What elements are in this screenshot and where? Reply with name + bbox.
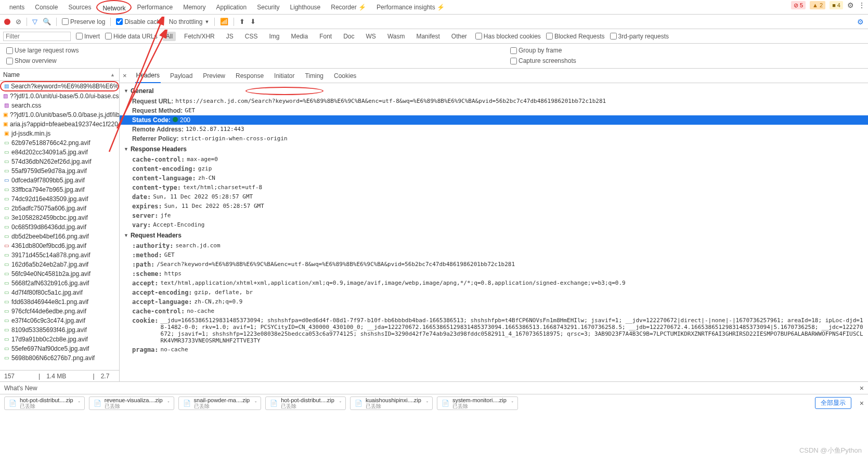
request-item[interactable]: ▭8109d53385693f46.jpg.avif [0,325,119,335]
search-icon[interactable]: 🔍 [43,18,51,25]
request-item[interactable]: ▭3e1058282459bcbc.jpg.avif [0,213,119,222]
tab-sources[interactable]: Sources [63,0,96,15]
request-item[interactable]: ▭62b97e5188766c42.png.avif [0,138,119,148]
warning-count[interactable]: ▲ 2 [810,1,825,9]
tab-headers[interactable]: Headers [135,69,161,83]
close-detail-icon[interactable]: × [123,72,127,80]
blocked-cookies-checkbox[interactable]: Has blocked cookies [475,33,541,40]
close-icon[interactable]: × [860,382,864,394]
tab-lighthouse[interactable]: Lighthouse [285,0,326,15]
filter-font[interactable]: Font [316,32,335,41]
throttling-select[interactable]: No throttling ▼ [169,18,210,25]
request-item[interactable]: ▭5698b806N6c6276b7.png.avif [0,353,119,363]
filter-other[interactable]: Other [448,32,470,41]
wifi-icon[interactable]: 📶 [220,18,228,25]
download-item[interactable]: 📄kuaishoushipinxi....zip已丢除ˇ [350,396,433,410]
blocked-requests-checkbox[interactable]: Blocked Requests [546,33,605,40]
request-item[interactable]: ▭db5d2beeb4bef166.png.avif [0,232,119,241]
download-item[interactable]: 📄revenue-visualiza....zip已丢除ˇ [89,396,174,410]
clear-icon[interactable]: ⊘ [16,18,21,25]
filter-all[interactable]: All [163,32,176,41]
request-item[interactable]: ▭0c685f39d86436dd.jpg.avif [0,222,119,232]
request-item[interactable]: ▭e84d202cc34091a5.jpg.avif [0,148,119,157]
capture-screenshots-checkbox[interactable]: Capture screenshots [510,57,862,64]
section-general[interactable]: General [120,85,868,97]
request-item[interactable]: ▭39171d455c14a878.png.avif [0,250,119,260]
tab-application[interactable]: Application [211,0,252,15]
request-item[interactable]: ▣??jdf/1.0.0/unit/base/5.0.0/base.js,jdf… [0,110,119,120]
request-item[interactable]: ▭4361db800ef9bcd6.jpg.avif [0,241,119,250]
request-item[interactable]: ▭fdd638d46944e8c1.png.avif [0,297,119,307]
column-name-header[interactable]: Name▲ [0,69,119,81]
tab-preview[interactable]: Preview [202,72,226,80]
request-item[interactable]: ▭56fc94e0Nc4581b2a.jpg.avif [0,269,119,279]
filter-css[interactable]: CSS [242,32,261,41]
tab-initiator[interactable]: Initiator [273,72,295,80]
tab-cookies[interactable]: Cookies [333,72,357,80]
download-item[interactable]: 📄snail-powder-ma....zip已丢除ˇ [178,396,262,410]
tab-payload[interactable]: Payload [169,72,193,80]
filter-img[interactable]: Img [266,32,282,41]
show-overview-checkbox[interactable]: Show overview [6,57,498,64]
filter-icon[interactable]: ▽ [32,18,37,25]
request-item[interactable]: ▭74dc92d16e483509.jpg.avif [0,194,119,204]
filter-fetch-xhr[interactable]: Fetch/XHR [181,32,218,41]
request-item[interactable]: ▭0dfceda9f7809bb5.jpg.avif [0,176,119,185]
filter-manifest[interactable]: Manifest [413,32,443,41]
tab-timing[interactable]: Timing [304,72,325,80]
upload-icon[interactable]: ⬆ [239,18,245,25]
request-item[interactable]: ▭574d36dbN262ef26d.jpg.avif [0,157,119,166]
tab-recorder[interactable]: Recorder ⚡ [326,0,371,15]
request-item[interactable]: ▭162d6a5b24eb2ab7.jpg.avif [0,260,119,269]
download-item[interactable]: 📄system-monitori....zip已丢除ˇ [437,396,518,410]
download-icon[interactable]: ⬇ [250,18,256,25]
tab-security[interactable]: Security [252,0,284,15]
tab-performance[interactable]: Performance [132,0,178,15]
request-item[interactable]: ▣aria.js?appid=bfeaebea192374ec1f22045 [0,120,119,129]
filter-wasm[interactable]: Wasm [384,32,408,41]
disable-cache-checkbox[interactable]: Disable cache [116,18,163,25]
info-count[interactable]: ■ 4 [830,1,843,9]
request-item[interactable]: ▭55efe697Naf90dce5.jpg.avif [0,344,119,353]
settings-icon[interactable]: ⚙ [847,1,854,9]
tab-elements[interactable]: nents [4,0,30,15]
request-item[interactable]: ▭4d7f4f80f80c5a1c.jpg.avif [0,288,119,297]
close-downloads-icon[interactable]: × [860,399,864,407]
more-icon[interactable]: ⋮ [858,1,865,9]
record-icon[interactable] [4,19,10,25]
request-item[interactable]: ▭5668f2afN632b91c6.jpg.avif [0,279,119,288]
request-item[interactable]: ▨??jdf/1.0.0/unit/ui-base/5.0.0/ui-base.… [0,91,119,101]
filter-ws[interactable]: WS [363,32,379,41]
show-all-button[interactable]: 全部显示 [815,397,851,409]
section-request-headers[interactable]: Request Headers [120,230,868,241]
filter-doc[interactable]: Doc [340,32,357,41]
request-item[interactable]: ▭33ffbca794e7b965.jpg.avif [0,185,119,194]
tab-network[interactable]: Network [96,0,132,15]
tab-response[interactable]: Response [235,72,265,80]
tab-console[interactable]: Console [30,0,63,15]
hide-data-urls-checkbox[interactable]: Hide data URLs [105,33,158,40]
filter-js[interactable]: JS [223,32,237,41]
request-item[interactable]: ▨search.css [0,101,119,110]
tab-perf-insights[interactable]: Performance insights ⚡ [371,0,450,15]
request-item[interactable]: ▭e37f4c06c9c3c474.jpg.avif [0,316,119,325]
download-item[interactable]: 📄hot-pot-distribut....zip已丢除ˇ [4,396,85,410]
request-item[interactable]: ▭976cfcf44de6edbe.png.avif [0,307,119,316]
group-by-frame-checkbox[interactable]: Group by frame [510,47,862,54]
request-item[interactable]: ▭55af9759d5e9d78a.jpg.avif [0,166,119,176]
filter-input[interactable] [3,32,71,41]
filter-media[interactable]: Media [288,32,311,41]
third-party-checkbox[interactable]: 3rd-party requests [610,33,669,40]
tab-memory[interactable]: Memory [178,0,211,15]
download-item[interactable]: 📄hot-pot-distribut....zip已丢除ˇ [265,396,346,410]
request-item[interactable]: ▭17d9a91bb0c2cb8e.jpg.avif [0,335,119,344]
request-item[interactable]: ▭2b5adfc75075a606.jpg.avif [0,204,119,213]
request-item[interactable]: ▣jd-jssdk.min.js [0,129,119,138]
section-response-headers[interactable]: Response Headers [120,143,868,155]
preserve-log-checkbox[interactable]: Preserve log [62,18,105,25]
error-count[interactable]: ⊘ 5 [791,1,806,9]
network-settings-icon[interactable]: ⚙ [857,18,864,26]
request-item[interactable]: ▤Search?keyword=%E6%89%8B%E6%9C% [0,81,119,91]
large-rows-checkbox[interactable]: Use large request rows [6,47,498,54]
invert-checkbox[interactable]: Invert [76,33,100,40]
